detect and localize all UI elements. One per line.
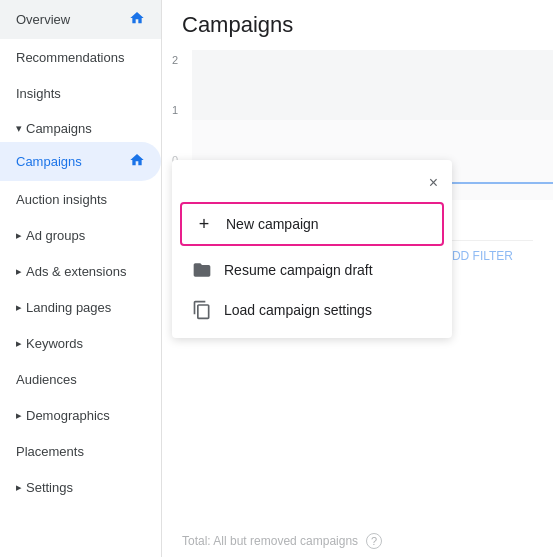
campaign-dropdown: × + New campaign Resume campaign draft L… (172, 160, 452, 338)
sidebar-item-audiences[interactable]: Audiences (0, 361, 161, 397)
sidebar-item-label: Keywords (26, 336, 83, 351)
sidebar-item-landing-pages[interactable]: ▸ Landing pages (0, 289, 161, 325)
sidebar-item-keywords[interactable]: ▸ Keywords (0, 325, 161, 361)
sidebar-item-ads-extensions[interactable]: ▸ Ads & extensions (0, 253, 161, 289)
sidebar-section-campaigns: ▾ Campaigns (0, 111, 161, 142)
sidebar-item-label: Settings (26, 480, 73, 495)
copy-icon (192, 300, 212, 320)
plus-icon: + (194, 214, 214, 234)
close-button[interactable]: × (423, 172, 444, 194)
dropdown-header: × (172, 168, 452, 202)
sidebar-item-label: Placements (16, 444, 84, 459)
y-label-2: 2 (172, 54, 178, 66)
sidebar-item-label: Audiences (16, 372, 77, 387)
sidebar-item-label: Campaigns (16, 154, 82, 169)
load-settings-label: Load campaign settings (224, 302, 372, 318)
section-label: Campaigns (26, 121, 92, 136)
sidebar-item-label: Recommendations (16, 50, 124, 65)
sidebar-item-settings[interactable]: ▸ Settings (0, 469, 161, 505)
sidebar-item-label: Demographics (26, 408, 110, 423)
sidebar-item-placements[interactable]: Placements (0, 433, 161, 469)
chevron-right-icon: ▸ (16, 409, 22, 422)
sidebar-item-label: Ad groups (26, 228, 85, 243)
chevron-right-icon: ▸ (16, 301, 22, 314)
sidebar-item-label: Insights (16, 86, 61, 101)
chevron-right-icon: ▸ (16, 229, 22, 242)
page-header: Campaigns (162, 0, 553, 50)
sidebar-item-label: Landing pages (26, 300, 111, 315)
sidebar-item-label: Auction insights (16, 192, 107, 207)
resume-draft-item[interactable]: Resume campaign draft (172, 250, 452, 290)
chevron-right-icon: ▸ (16, 337, 22, 350)
load-settings-item[interactable]: Load campaign settings (172, 290, 452, 330)
sidebar-item-demographics[interactable]: ▸ Demographics (0, 397, 161, 433)
sidebar-item-insights[interactable]: Insights (0, 75, 161, 111)
sidebar-item-auction-insights[interactable]: Auction insights (0, 181, 161, 217)
new-campaign-item[interactable]: + New campaign (180, 202, 444, 246)
sidebar-item-campaigns[interactable]: Campaigns (0, 142, 161, 181)
folder-icon (192, 260, 212, 280)
sidebar-item-recommendations[interactable]: Recommendations (0, 39, 161, 75)
home-icon-active (129, 152, 145, 171)
sidebar: Overview Recommendations Insights ▾ Camp… (0, 0, 162, 557)
sidebar-item-label: Overview (16, 12, 70, 27)
new-campaign-label: New campaign (226, 216, 319, 232)
page-title: Campaigns (182, 12, 533, 38)
chevron-down-icon: ▾ (16, 122, 22, 135)
home-icon (129, 10, 145, 29)
resume-draft-label: Resume campaign draft (224, 262, 373, 278)
sidebar-item-overview[interactable]: Overview (0, 0, 161, 39)
sidebar-item-ad-groups[interactable]: ▸ Ad groups (0, 217, 161, 253)
sidebar-item-label: Ads & extensions (26, 264, 126, 279)
chevron-right-icon: ▸ (16, 265, 22, 278)
main-content: Campaigns 2 1 0 Dec 31, 2020 ADD FILTER … (162, 0, 553, 557)
chevron-right-icon: ▸ (16, 481, 22, 494)
y-label-1: 1 (172, 104, 178, 116)
